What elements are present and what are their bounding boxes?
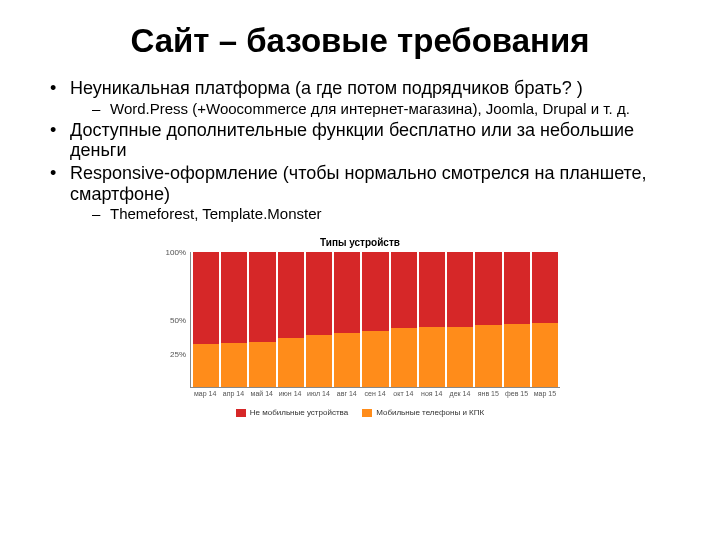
bar-segment-top (306, 252, 332, 334)
x-tick-label: мар 14 (192, 390, 218, 402)
bar-column (221, 252, 247, 387)
y-tick-label: 50% (160, 316, 186, 325)
legend-label: Мобильные телефоны и КПК (376, 408, 484, 417)
bar-segment-top (334, 252, 360, 333)
y-tick-label: 100% (160, 248, 186, 257)
bar-segment-top (475, 252, 501, 325)
legend-item: Не мобильные устройства (236, 408, 348, 417)
bullet-item: Доступные дополнительные функции бесплат… (48, 120, 680, 161)
x-tick-label: май 14 (249, 390, 275, 402)
chart-legend: Не мобильные устройстваМобильные телефон… (160, 408, 560, 417)
bar-column (334, 252, 360, 387)
bar-segment-top (278, 252, 304, 337)
bullet-item: Responsive-оформление (чтобы нормально с… (48, 163, 680, 223)
bar-segment-top (221, 252, 247, 342)
bar-segment-bottom (334, 333, 360, 387)
bar-segment-bottom (419, 327, 445, 388)
chart-title: Типы устройств (160, 237, 560, 248)
x-tick-label: янв 15 (475, 390, 501, 402)
bar-column (447, 252, 473, 387)
bullet-list: Неуникальная платформа (а где потом подр… (40, 78, 680, 223)
bar-column (306, 252, 332, 387)
sub-bullet-item: Themeforest, Template.Monster (92, 205, 680, 223)
bar-segment-top (362, 252, 388, 330)
bar-segment-bottom (221, 343, 247, 388)
x-tick-label: июл 14 (305, 390, 331, 402)
bar-column (391, 252, 417, 387)
x-tick-label: дек 14 (447, 390, 473, 402)
bar-segment-top (193, 252, 219, 344)
legend-swatch (236, 409, 246, 417)
bullet-item: Неуникальная платформа (а где потом подр… (48, 78, 680, 118)
bar-segment-bottom (391, 328, 417, 387)
bar-segment-top (249, 252, 275, 341)
bar-segment-bottom (447, 327, 473, 388)
bar-segment-bottom (504, 324, 530, 387)
x-tick-label: сен 14 (362, 390, 388, 402)
sub-bullet-item: Word.Press (+Woocommerce для интернет-ма… (92, 100, 680, 118)
bar-segment-bottom (278, 338, 304, 388)
bar-column (193, 252, 219, 387)
bullet-text: Неуникальная платформа (а где потом подр… (70, 78, 583, 98)
x-tick-label: июн 14 (277, 390, 303, 402)
bar-column (278, 252, 304, 387)
bar-segment-top (419, 252, 445, 326)
x-tick-label: ноя 14 (419, 390, 445, 402)
bar-column (249, 252, 275, 387)
slide-title: Сайт – базовые требования (40, 22, 680, 60)
x-tick-label: авг 14 (334, 390, 360, 402)
legend-label: Не мобильные устройства (250, 408, 348, 417)
bar-segment-top (391, 252, 417, 328)
bar-segment-top (532, 252, 558, 322)
bar-column (504, 252, 530, 387)
bar-column (475, 252, 501, 387)
bar-column (362, 252, 388, 387)
bar-segment-bottom (532, 323, 558, 388)
bar-segment-bottom (306, 335, 332, 388)
stacked-bar-chart: мар 14апр 14май 14июн 14июл 14авг 14сен … (160, 252, 560, 402)
y-tick-label: 25% (160, 350, 186, 359)
bar-segment-bottom (249, 342, 275, 388)
bar-segment-bottom (193, 344, 219, 387)
x-tick-label: мар 15 (532, 390, 558, 402)
bar-column (532, 252, 558, 387)
x-tick-label: окт 14 (390, 390, 416, 402)
x-tick-label: апр 14 (220, 390, 246, 402)
legend-item: Мобильные телефоны и КПК (362, 408, 484, 417)
chart-container: Типы устройств мар 14апр 14май 14июн 14и… (160, 237, 560, 417)
bar-segment-top (447, 252, 473, 326)
bar-segment-top (504, 252, 530, 324)
x-tick-label: фев 15 (503, 390, 529, 402)
bar-segment-bottom (362, 331, 388, 388)
legend-swatch (362, 409, 372, 417)
bar-column (419, 252, 445, 387)
bar-segment-bottom (475, 325, 501, 387)
bullet-text: Responsive-оформление (чтобы нормально с… (70, 163, 647, 204)
